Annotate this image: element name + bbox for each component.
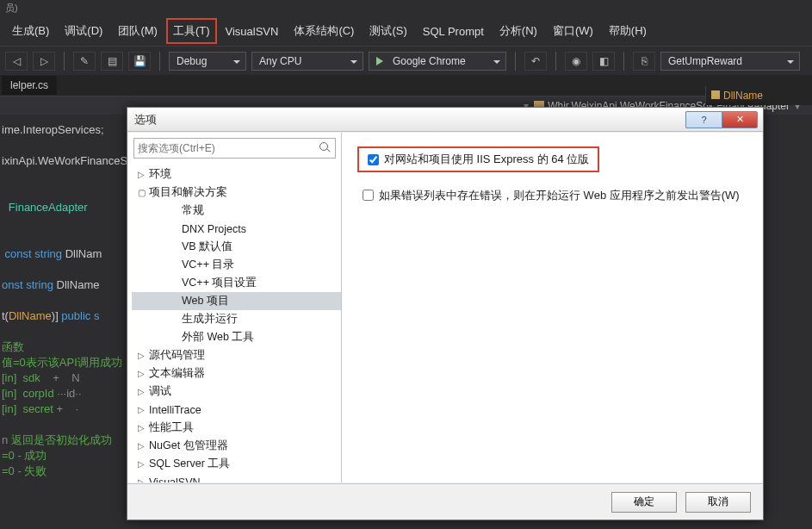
options-content: 对网站和项目使用 IIS Express 的 64 位版 如果错误列表中存在错误… (342, 133, 762, 482)
ok-button[interactable]: 确定 (611, 492, 677, 513)
tree-label: DNX Projects (182, 223, 246, 235)
save-icon[interactable]: 💾 (128, 52, 151, 71)
tree-visualsvn[interactable]: ▷VisualSVN (132, 473, 341, 482)
dialog-footer: 确定 取消 (127, 483, 763, 520)
tree-arrow-icon: ▷ (137, 477, 146, 482)
iis64-checkbox[interactable] (368, 154, 379, 165)
cfg2-icon[interactable]: ◧ (592, 52, 615, 71)
tree-vcproj[interactable]: VC++ 项目设置 (132, 274, 341, 292)
ide-menu-bar: 生成(B)调试(D)团队(M)工具(T)VisualSVN体系结构(C)测试(S… (0, 16, 812, 46)
search-box[interactable] (133, 138, 336, 159)
tree-label: NuGet 包管理器 (149, 439, 228, 453)
tree-texteditor[interactable]: ▷文本编辑器 (132, 364, 341, 383)
tree-arrow-icon: ▷ (137, 369, 146, 378)
menu-team[interactable]: 团队(M) (111, 18, 164, 44)
tree-label: 性能工具 (149, 420, 194, 435)
tree-label: 调试 (149, 384, 171, 399)
tree-label: 文本编辑器 (149, 366, 205, 381)
tree-arrow-icon: ▢ (137, 188, 146, 197)
tree-vcdir[interactable]: VC++ 目录 (132, 256, 341, 274)
options-tree[interactable]: ▷环境▢项目和解决方案常规DNX ProjectsVB 默认值VC++ 目录VC… (128, 164, 341, 482)
tab-strip: lelper.cs (0, 75, 812, 96)
menu-sqlprompt[interactable]: SQL Prompt (416, 20, 491, 43)
cancel-button[interactable]: 取消 (685, 492, 751, 513)
warn-checkbox[interactable] (363, 190, 374, 201)
window-title-fragment: 员) (0, 0, 812, 16)
tree-label: VisualSVN (149, 476, 201, 483)
start-combo[interactable]: Google Chrome (369, 52, 506, 71)
tree-label: SQL Server 工具 (149, 457, 230, 471)
nav-back-icon[interactable]: ◁ (5, 52, 28, 71)
tree-arrow-icon: ▷ (137, 351, 146, 360)
tree-debug[interactable]: ▷调试 (132, 383, 341, 401)
new-icon[interactable]: ✎ (73, 52, 96, 71)
options-dialog: 选项 ? ✕ ▷环境▢项目和解决方案常规DNX ProjectsVB 默认值VC… (127, 107, 764, 520)
browser-label: Google Chrome (393, 55, 466, 67)
menu-tools[interactable]: 工具(T) (166, 18, 217, 44)
titlebar: 选项 ? ✕ (127, 108, 763, 132)
tree-extweb[interactable]: 外部 Web 工具 (132, 328, 341, 346)
tree-projects[interactable]: ▢项目和解决方案 (132, 184, 341, 202)
menu-debug[interactable]: 调试(D) (58, 18, 109, 44)
search-icon (319, 142, 332, 154)
tree-dnx[interactable]: DNX Projects (132, 220, 341, 238)
options-sidebar: ▷环境▢项目和解决方案常规DNX ProjectsVB 默认值VC++ 目录VC… (128, 133, 342, 482)
menu-test[interactable]: 测试(S) (363, 18, 413, 44)
menu-analyze[interactable]: 分析(N) (493, 18, 544, 44)
tree-arrow-icon: ▷ (137, 387, 146, 396)
help-button[interactable]: ? (685, 111, 722, 128)
tree-label: 源代码管理 (149, 348, 205, 363)
tree-vb[interactable]: VB 默认值 (132, 238, 341, 256)
platform-combo[interactable]: Any CPU (251, 52, 363, 71)
iis64-highlight: 对网站和项目使用 IIS Express 的 64 位版 (357, 146, 599, 172)
tree-label: VB 默认值 (182, 240, 232, 254)
nav-fwd-icon[interactable]: ▷ (33, 52, 55, 71)
member-combo[interactable]: GetUmpReward (660, 52, 800, 71)
tree-general[interactable]: 常规 (132, 202, 341, 220)
cfg1-icon[interactable]: ◉ (565, 52, 587, 71)
cfg3-icon[interactable]: ⎘ (633, 52, 655, 71)
ide-toolbar: ◁ ▷ ✎ ▤ 💾 Debug Any CPU Google Chrome ↶ … (0, 46, 812, 75)
tree-environment[interactable]: ▷环境 (132, 165, 341, 184)
tree-nuget[interactable]: ▷NuGet 包管理器 (132, 437, 341, 455)
tree-arrow-icon: ▷ (137, 459, 146, 469)
undo-icon[interactable]: ↶ (524, 52, 547, 71)
search-input[interactable] (138, 142, 319, 154)
tree-webproj[interactable]: Web 项目 (132, 292, 341, 310)
document-tab[interactable]: lelper.cs (2, 76, 57, 95)
tree-intellitrace[interactable]: ▷IntelliTrace (132, 401, 341, 419)
tree-arrow-icon: ▷ (137, 441, 146, 451)
code-editor[interactable]: ime.InteropServices; ixinApi.WeWorkFinan… (0, 107, 127, 479)
tree-label: 生成并运行 (182, 312, 238, 327)
iis64-label[interactable]: 对网站和项目使用 IIS Express 的 64 位版 (384, 152, 589, 167)
tree-scc[interactable]: ▷源代码管理 (132, 346, 341, 364)
menu-build[interactable]: 生成(B) (5, 18, 56, 44)
tree-label: 外部 Web 工具 (182, 330, 254, 345)
menu-architecture[interactable]: 体系结构(C) (287, 18, 361, 44)
tree-label: VC++ 项目设置 (182, 276, 257, 290)
tree-label: 项目和解决方案 (149, 185, 227, 200)
tree-label: IntelliTrace (149, 404, 201, 416)
tree-arrow-icon: ▷ (137, 423, 146, 433)
tree-label: 常规 (182, 203, 204, 218)
close-button[interactable]: ✕ (722, 111, 758, 128)
tree-label: 环境 (149, 167, 171, 182)
dialog-title: 选项 (133, 112, 685, 128)
config-combo[interactable]: Debug (169, 52, 246, 71)
tree-buildrun[interactable]: 生成并运行 (132, 310, 341, 328)
tree-arrow-icon: ▷ (137, 170, 146, 179)
tree-label: Web 项目 (182, 294, 229, 308)
menu-visualsvn[interactable]: VisualSVN (219, 20, 286, 43)
tree-arrow-icon: ▷ (137, 405, 146, 414)
tree-label: VC++ 目录 (182, 258, 234, 272)
member-dropdown[interactable]: DllName (705, 86, 812, 105)
open-icon[interactable]: ▤ (101, 52, 123, 71)
tree-sqlserver[interactable]: ▷SQL Server 工具 (132, 455, 341, 473)
tree-perf[interactable]: ▷性能工具 (132, 419, 341, 437)
warn-label[interactable]: 如果错误列表中存在错误，则在开始运行 Web 应用程序之前发出警告(W) (379, 188, 740, 203)
menu-help[interactable]: 帮助(H) (602, 18, 654, 44)
menu-window[interactable]: 窗口(W) (546, 18, 600, 44)
